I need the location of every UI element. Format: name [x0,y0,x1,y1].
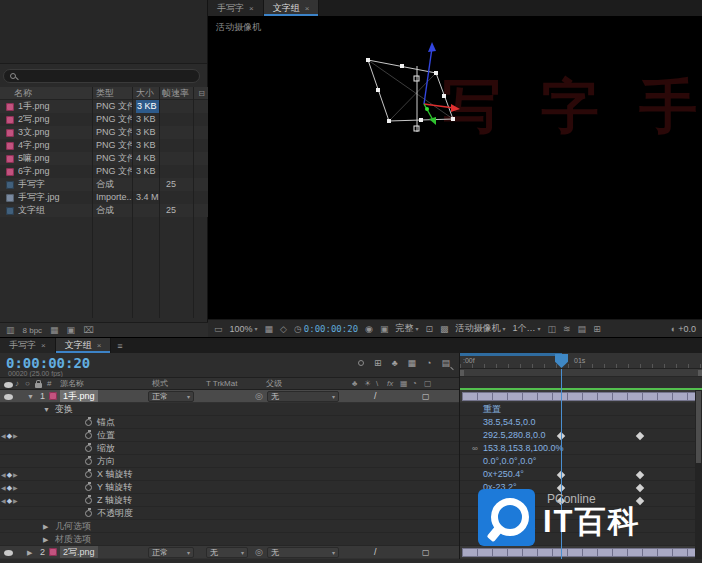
property-label[interactable]: Y 轴旋转 [97,481,132,494]
pickwhip-icon[interactable]: ◎ [255,546,263,559]
timeline-tab-wenzizu[interactable]: 文字组 × [56,338,112,353]
show-channel-icon[interactable]: ▣ [380,324,389,334]
project-search-input[interactable] [3,69,200,83]
motion-blur-icon[interactable]: ◔ [426,358,431,368]
magnification-select[interactable]: 100% ▾ [230,324,258,334]
timeline-timecode[interactable]: 0:00:00:20 [6,355,90,371]
columns-settings-icon[interactable]: ⊟ [198,87,205,100]
layer-duration-bar[interactable] [462,548,698,557]
new-folder-icon[interactable]: ▦ [50,325,59,335]
snapshot-icon[interactable]: ◉ [365,324,373,334]
viewer-tab-wenzizu[interactable]: 文字组 × [264,0,320,16]
eye-icon[interactable] [4,394,13,400]
property-label[interactable]: 缩放 [97,442,115,455]
work-area-bar[interactable] [460,369,702,377]
twirl-icon[interactable]: ▼ [27,390,34,403]
column-name[interactable]: 名称 [14,87,32,100]
twirl-icon[interactable]: ▶ [27,546,32,559]
3d-switch[interactable]: ▢ [422,546,430,559]
column-type[interactable]: 类型 [96,87,114,100]
pickwhip-icon[interactable]: ◎ [255,390,263,403]
twirl-icon[interactable]: ▶ [43,520,48,533]
stopwatch-icon[interactable] [85,484,92,491]
keyframe-navigator[interactable]: ◀◆▶ [1,481,18,495]
property-label[interactable]: X 轴旋转 [97,468,133,481]
graph-editor-icon[interactable]: ▤ [441,358,450,368]
interpret-footage-icon[interactable]: ▥ [6,325,15,335]
stopwatch-icon[interactable] [85,419,92,426]
transform-group-label[interactable]: 变换 [55,403,73,416]
layer-name[interactable]: 2写.png [60,546,98,558]
mode-select[interactable]: 正常▾ [148,547,194,558]
close-icon[interactable]: × [97,341,102,350]
close-icon[interactable]: × [249,4,254,13]
transform-group-row[interactable]: ▼ 变换 重置 [0,403,702,416]
scale-row[interactable]: 缩放 ∞ 153.8,153.8,100.0% [0,442,702,455]
timeline-scrollbar[interactable] [695,390,702,559]
stopwatch-icon[interactable] [85,471,92,478]
panel-menu-icon[interactable]: ≡ [111,338,128,353]
property-value[interactable]: 38.5,54.5,0.0 [483,416,536,429]
monitor-icon[interactable]: ▭ [214,324,223,334]
composition-viewport[interactable]: 活动摄像机 写字手 [208,16,702,319]
keyframe-navigator[interactable]: ◀◆▶ [1,468,18,482]
position-row[interactable]: ◀◆▶ 位置 292.5,280.8,0.0 [0,429,702,442]
timeline-tab-shouxiezi[interactable]: 手写字 × [0,338,56,353]
current-time-button[interactable]: ◷ 0:00:00:20 [294,324,358,334]
pixel-aspect-icon[interactable]: ◫ [548,324,557,334]
time-ruler[interactable]: :00f 01s [460,353,702,369]
reset-link[interactable]: 重置 [483,403,501,416]
orientation-row[interactable]: 方向 0.0°,0.0°,0.0° [0,455,702,468]
3d-switch[interactable]: ▢ [422,390,430,403]
keyframe-navigator[interactable]: ◀◆▶ [1,429,18,443]
twirl-icon[interactable]: ▼ [43,403,50,416]
column-size[interactable]: 大小 [136,87,154,100]
x-rotation-row[interactable]: ◀◆▶ X 轴旋转 0x+250.4° [0,468,702,481]
project-item-row[interactable]: 3文.png PNG 文件 3 KB [0,126,208,139]
close-icon[interactable]: × [305,4,310,13]
property-value[interactable]: 0x+250.4° [483,468,524,481]
resolution-select[interactable]: 完整 ▾ [395,322,418,335]
viewer-tab-shouxiezi[interactable]: 手写字 × [208,0,264,16]
search-icon[interactable] [358,360,364,366]
property-label[interactable]: Z 轴旋转 [97,494,132,507]
layer-transform-gizmo[interactable] [208,16,702,319]
layer-name[interactable]: 1手.png [60,390,98,402]
layer-duration-bar[interactable] [462,392,698,401]
project-item-row[interactable]: 4字.png PNG 文件 3 KB [0,139,208,152]
project-item-row[interactable]: 手写字 合成 25 [0,178,208,191]
quality-switch[interactable]: / [374,390,377,403]
panel-divider[interactable] [459,353,460,559]
property-value[interactable]: 292.5,280.8,0.0 [483,429,546,442]
parent-select[interactable]: 无▾ [267,391,339,402]
quality-switch[interactable]: / [374,546,377,559]
mini-flowchart-icon[interactable]: ⊞ [374,358,382,368]
trkmat-select[interactable]: 无▾ [206,547,248,558]
frame-blend-icon[interactable]: ▦ [408,358,417,368]
shy-icon[interactable]: ♣ [392,358,398,368]
mode-select[interactable]: 正常▾ [148,391,194,402]
grid-guides-icon[interactable]: ▦ [265,324,274,334]
project-item-row[interactable]: 手写字.jpg Importe...G 3.4 MB [0,191,208,204]
view-layout-select[interactable]: 1个… ▾ [513,322,541,335]
property-label[interactable]: 方向 [97,455,115,468]
region-of-interest-icon[interactable]: ⊡ [425,324,433,334]
geometry-options-label[interactable]: 几何选项 [55,520,91,533]
stopwatch-icon[interactable] [85,445,92,452]
property-value[interactable]: 153.8,153.8,100.0% [483,442,564,455]
3d-view-select[interactable]: 活动摄像机 ▾ [456,322,506,335]
property-value[interactable]: 0.0°,0.0°,0.0° [483,455,536,468]
flowchart-icon[interactable]: ⊞ [593,324,601,334]
delete-icon[interactable]: ⌧ [83,325,93,335]
stopwatch-icon[interactable] [85,510,92,517]
mini-timeline-icon[interactable]: ▤ [578,324,587,334]
fast-previews-icon[interactable]: ≋ [563,324,571,334]
parent-select[interactable]: 无▾ [267,547,339,558]
project-item-row[interactable]: 6字.png PNG 文件 3 KB [0,165,208,178]
eye-icon[interactable] [4,550,13,556]
stopwatch-icon[interactable] [85,432,92,439]
anchor-point-row[interactable]: 锚点 38.5,54.5,0.0 [0,416,702,429]
mask-visibility-icon[interactable]: ◇ [280,324,287,334]
project-item-row[interactable]: 5嘛.png PNG 文件 4 KB [0,152,208,165]
transparency-grid-icon[interactable]: ▩ [440,324,449,334]
